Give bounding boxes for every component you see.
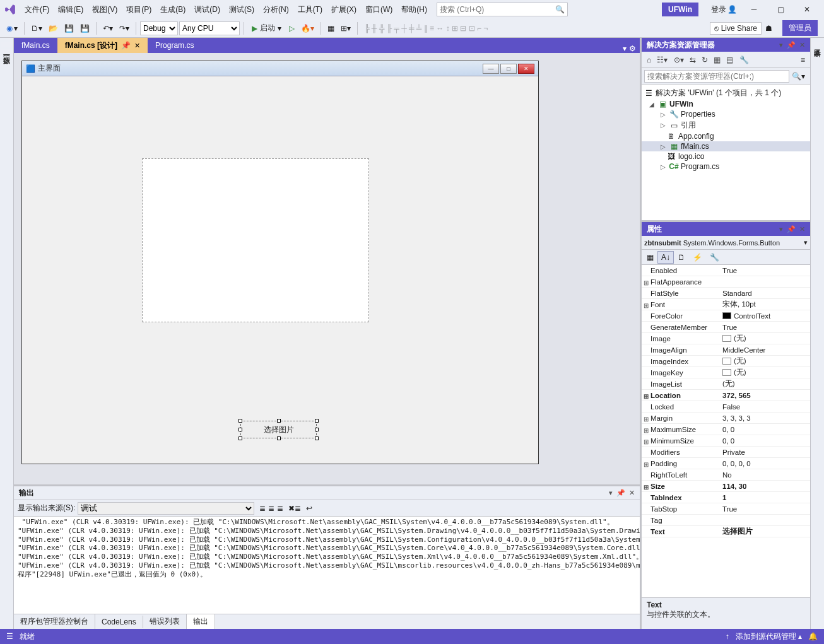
tree-appconfig[interactable]: 🗎App.config bbox=[642, 131, 810, 141]
expander-icon[interactable]: ⊞ bbox=[643, 416, 649, 423]
expander-icon[interactable]: ▷ bbox=[659, 163, 667, 170]
menu-分析(N)[interactable]: 分析(N) bbox=[259, 3, 293, 16]
prop-row-TabIndex[interactable]: TabIndex1 bbox=[642, 492, 810, 503]
menu-工具(T)[interactable]: 工具(T) bbox=[293, 3, 327, 16]
prop-row-MinimumSize[interactable]: MinimumSize⊞0, 0 bbox=[642, 435, 810, 447]
solution-tree[interactable]: ☰解决方案 'UFWin' (1 个项目，共 1 个) ◢▣UFWin ▷🔧Pr… bbox=[642, 85, 810, 220]
menu-测试(S)[interactable]: 测试(S) bbox=[225, 3, 259, 16]
panel-pin-icon[interactable]: 📌 bbox=[787, 41, 796, 49]
solution-search-input[interactable] bbox=[644, 70, 789, 83]
prop-row-FlatStyle[interactable]: FlatStyleStandard bbox=[642, 288, 810, 299]
prop-row-ImageIndex[interactable]: ImageIndex(无) bbox=[642, 356, 810, 367]
expander-icon[interactable]: ▷ bbox=[659, 122, 667, 129]
menu-窗口(W)[interactable]: 窗口(W) bbox=[361, 3, 397, 16]
out-wrap-button[interactable]: ↩ bbox=[306, 504, 312, 513]
panel-close-icon[interactable]: ✕ bbox=[799, 41, 805, 49]
properties-grid[interactable]: EnabledTrueFlatAppearance⊞FlatStyleStand… bbox=[642, 265, 810, 597]
window-restore-icon[interactable]: ▢ bbox=[767, 2, 794, 17]
save-button[interactable]: 💾 bbox=[62, 22, 76, 35]
tab-fmain-cs[interactable]: fMain.cs bbox=[14, 38, 57, 53]
panel-pin-icon[interactable]: 📌 bbox=[616, 489, 625, 497]
sol-properties-icon[interactable]: 🔧 bbox=[737, 54, 751, 66]
tab-fmain-design[interactable]: fMain.cs [设计]📌✕ bbox=[57, 38, 148, 53]
sol-pending-icon[interactable]: ⊙▾ bbox=[671, 54, 686, 66]
status-bell-icon[interactable]: 🔔 bbox=[808, 632, 818, 641]
expander-icon[interactable]: ⊞ bbox=[643, 279, 649, 286]
out-btn-3[interactable]: ≣ bbox=[277, 504, 283, 513]
close-icon[interactable]: ✕ bbox=[134, 42, 140, 50]
menu-扩展(X)[interactable]: 扩展(X) bbox=[327, 3, 361, 16]
prop-row-ForeColor[interactable]: ForeColorControlText bbox=[642, 310, 810, 322]
prop-row-TabStop[interactable]: TabStopTrue bbox=[642, 503, 810, 515]
panel-dropdown-icon[interactable]: ▾ bbox=[609, 489, 613, 497]
prop-row-Image[interactable]: Image(无) bbox=[642, 333, 810, 344]
expander-icon[interactable]: ⊞ bbox=[643, 302, 649, 309]
expander-icon[interactable]: ▷ bbox=[659, 111, 667, 118]
expander-icon[interactable]: ▷ bbox=[659, 143, 667, 150]
panel-pin-icon[interactable]: 📌 bbox=[787, 225, 796, 233]
prop-row-Padding[interactable]: Padding⊞0, 0, 0, 0 bbox=[642, 458, 810, 469]
prop-row-Modifiers[interactable]: ModifiersPrivate bbox=[642, 447, 810, 458]
start-debug-button[interactable]: ▶启动 ▾ bbox=[248, 21, 285, 35]
config-select[interactable]: Debug bbox=[140, 21, 178, 35]
tree-program[interactable]: ▷C#Program.cs bbox=[642, 161, 810, 172]
expander-icon[interactable]: ⊞ bbox=[643, 484, 649, 491]
prop-lightning-icon[interactable]: ⚡ bbox=[689, 251, 706, 264]
prop-row-Text[interactable]: Text选择图片 bbox=[642, 526, 810, 537]
sol-views-icon[interactable]: ☷▾ bbox=[654, 54, 670, 66]
menu-帮助(H)[interactable]: 帮助(H) bbox=[397, 3, 432, 16]
prop-row-Margin[interactable]: Margin⊞3, 3, 3, 3 bbox=[642, 413, 810, 424]
prop-row-Tag[interactable]: Tag bbox=[642, 515, 810, 526]
tree-references[interactable]: ▷▭引用 bbox=[642, 119, 810, 131]
properties-object-selector[interactable]: zbtnsubmit System.Windows.Forms.Button ▾ bbox=[642, 236, 810, 250]
panel-close-icon[interactable]: ✕ bbox=[799, 225, 805, 233]
open-button[interactable]: 📂 bbox=[46, 22, 61, 35]
prop-row-Locked[interactable]: LockedFalse bbox=[642, 401, 810, 413]
tree-properties[interactable]: ▷🔧Properties bbox=[642, 109, 810, 119]
tree-project[interactable]: ◢▣UFWin bbox=[642, 99, 810, 109]
toolbox-btn-2[interactable]: ⊞▾ bbox=[338, 22, 353, 35]
status-upload-icon[interactable]: ↑ bbox=[726, 632, 729, 641]
panel-close-icon[interactable]: ✕ bbox=[629, 489, 635, 497]
bottom-tab-1[interactable]: CodeLens bbox=[95, 616, 143, 628]
prop-row-ImageAlign[interactable]: ImageAlignMiddleCenter bbox=[642, 344, 810, 356]
tab-dropdown-icon[interactable]: ▾ bbox=[623, 44, 627, 53]
status-tasks-icon[interactable]: ☰ bbox=[6, 632, 13, 641]
panel-dropdown-icon[interactable]: ▾ bbox=[779, 41, 783, 49]
tree-fmain[interactable]: ▷▦fMain.cs bbox=[642, 141, 810, 151]
prop-row-MaximumSize[interactable]: MaximumSize⊞0, 0 bbox=[642, 424, 810, 435]
prop-row-RightToLeft[interactable]: RightToLeftNo bbox=[642, 469, 810, 481]
prop-row-Size[interactable]: Size⊞114, 30 bbox=[642, 481, 810, 492]
sol-overflow-icon[interactable]: ≡ bbox=[798, 54, 808, 66]
designer-surface[interactable]: 🟦 主界面 — □ ✕ 选择图片 bbox=[14, 53, 640, 484]
prop-row-Enabled[interactable]: EnabledTrue bbox=[642, 265, 810, 276]
menu-search-input[interactable] bbox=[440, 5, 547, 14]
menu-视图(V)[interactable]: 视图(V) bbox=[88, 3, 122, 16]
tree-solution-root[interactable]: ☰解决方案 'UFWin' (1 个项目，共 1 个) bbox=[642, 87, 810, 99]
platform-select[interactable]: Any CPU bbox=[179, 21, 240, 35]
prop-row-FlatAppearance[interactable]: FlatAppearance⊞ bbox=[642, 276, 810, 288]
toolbox-tab[interactable]: 工具箱 bbox=[1, 42, 13, 47]
bottom-tab-2[interactable]: 错误列表 bbox=[143, 614, 187, 629]
nav-back-button[interactable]: ◉▾ bbox=[4, 22, 20, 35]
prop-categorized-icon[interactable]: ▦ bbox=[643, 251, 657, 264]
datasources-tab[interactable]: 数据源 bbox=[1, 49, 13, 54]
undo-button[interactable]: ↶▾ bbox=[100, 22, 115, 35]
panel-dropdown-icon[interactable]: ▾ bbox=[779, 225, 783, 233]
expander-icon[interactable]: ⊞ bbox=[643, 438, 649, 445]
search-dropdown-icon[interactable]: 🔍▾ bbox=[789, 72, 808, 81]
sol-home-icon[interactable]: ⌂ bbox=[644, 54, 654, 66]
prop-row-Location[interactable]: Location⊞372, 565 bbox=[642, 390, 810, 401]
menu-项目(P)[interactable]: 项目(P) bbox=[122, 3, 156, 16]
save-all-button[interactable]: 💾 bbox=[78, 22, 92, 35]
bottom-tab-0[interactable]: 程序包管理器控制台 bbox=[14, 614, 95, 629]
out-btn-2[interactable]: ≣ bbox=[268, 504, 274, 513]
menu-文件(F)[interactable]: 文件(F) bbox=[20, 3, 54, 16]
status-source-control[interactable]: 添加到源代码管理 ▴ bbox=[736, 631, 802, 642]
prop-row-Font[interactable]: Font⊞宋体, 10pt bbox=[642, 299, 810, 310]
step-button[interactable]: ▷ bbox=[286, 22, 297, 35]
login-button[interactable]: 登录 👤 bbox=[707, 2, 741, 18]
admin-badge[interactable]: 管理员 bbox=[782, 20, 818, 36]
designer-selected-button[interactable]: 选择图片 bbox=[240, 421, 317, 438]
prop-row-ImageList[interactable]: ImageList(无) bbox=[642, 378, 810, 390]
